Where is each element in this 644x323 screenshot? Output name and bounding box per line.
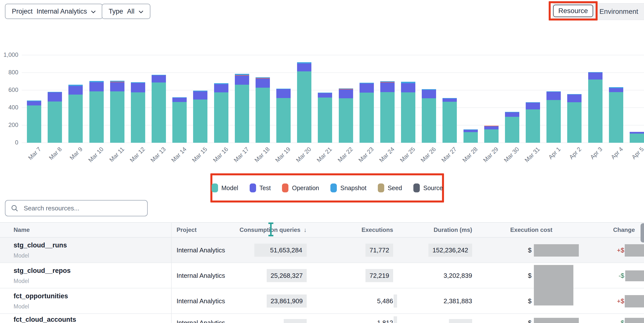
bar-mar-12[interactable] <box>131 82 145 143</box>
bar-segment-model <box>588 80 602 143</box>
table-row-stg_cloud__repos[interactable]: stg_cloud__reposModelInternal Analytics2… <box>0 263 644 288</box>
project-filter-dropdown[interactable]: Project Internal Analytics <box>5 4 103 19</box>
redaction-box-cost <box>534 318 579 323</box>
legend-item-snapshot[interactable]: Snapshot <box>330 184 366 192</box>
column-header-name[interactable]: Name <box>14 226 30 233</box>
column-header-project[interactable]: Project <box>176 226 196 233</box>
bar-mar-17[interactable] <box>235 74 249 143</box>
bar-segment-test <box>339 90 353 98</box>
bar-mar-27[interactable] <box>442 98 457 143</box>
bar-segment-model <box>464 132 478 143</box>
executions-cell: 5,486 <box>377 297 393 305</box>
bar-mar-8[interactable] <box>48 92 62 143</box>
project-filter-label: Project <box>12 8 32 15</box>
table-row-fct_cloud_accounts[interactable]: fct_cloud_accountsModelInternal Analytic… <box>0 314 644 323</box>
resource-name: stg_cloud__repos <box>14 267 70 274</box>
search-box[interactable] <box>5 200 148 216</box>
bar-segment-test <box>48 92 62 102</box>
bar-segment-model <box>297 71 312 143</box>
resource-name: fct_cloud_accounts <box>14 316 76 323</box>
redaction-box-change <box>625 318 644 323</box>
legend-label: Seed <box>388 184 402 192</box>
legend-swatch-model <box>212 184 218 192</box>
chevron-down-icon <box>91 10 96 13</box>
bar-segment-test <box>131 83 145 92</box>
change-prefix: -$ <box>618 272 624 279</box>
annotation-box-legend: ModelTestOperationSnapshotSeedSource <box>210 173 444 202</box>
toggle-resource-button[interactable]: Resource <box>553 5 593 17</box>
bar-segment-model <box>235 85 249 143</box>
legend-item-test[interactable]: Test <box>250 184 271 192</box>
text-cursor-annotation <box>268 235 273 236</box>
search-input[interactable] <box>23 204 142 212</box>
bar-mar-13[interactable] <box>152 75 166 143</box>
resource-name: fct_opportunities <box>14 292 68 300</box>
bar-mar-14[interactable] <box>172 97 187 143</box>
bar-mar-28[interactable] <box>464 130 478 143</box>
bar-mar-30[interactable] <box>505 112 519 143</box>
y-axis-tick-label: 400 <box>0 104 18 111</box>
legend-swatch-source <box>413 184 420 192</box>
column-header-duration[interactable]: Duration (ms) <box>434 226 472 233</box>
bar-mar-18[interactable] <box>256 77 270 143</box>
legend-label: Operation <box>292 184 319 192</box>
bar-mar-24[interactable] <box>380 81 394 143</box>
bar-mar-7[interactable] <box>27 100 41 143</box>
bar-mar-21[interactable] <box>318 92 332 143</box>
legend-item-model[interactable]: Model <box>212 184 238 192</box>
execution-cost-prefix: $ <box>528 272 532 279</box>
bar-mar-19[interactable] <box>276 89 291 143</box>
bar-segment-test <box>422 90 436 98</box>
project-filter-value: Internal Analytics <box>36 8 87 15</box>
legend-item-seed[interactable]: Seed <box>378 184 402 192</box>
resource-type: Model <box>14 252 29 259</box>
resource-type: Model <box>14 303 29 310</box>
bar-mar-10[interactable] <box>90 81 104 143</box>
search-icon <box>11 204 18 212</box>
bar-apr-1[interactable] <box>546 91 561 143</box>
bar-mar-15[interactable] <box>193 91 208 143</box>
bar-apr-3[interactable] <box>588 72 602 143</box>
redaction-box-change <box>625 295 644 308</box>
redaction-box-change <box>625 270 644 281</box>
change-prefix: +$ <box>617 246 624 254</box>
legend-item-operation[interactable]: Operation <box>282 184 319 192</box>
bar-segment-test <box>90 82 104 91</box>
bar-segment-model <box>131 92 145 143</box>
bar-apr-5[interactable] <box>630 132 644 143</box>
bar-mar-11[interactable] <box>110 81 124 143</box>
type-filter-dropdown[interactable]: Type All <box>102 4 150 19</box>
column-divider <box>171 222 172 323</box>
bar-mar-31[interactable] <box>526 102 540 143</box>
bar-segment-test <box>484 126 498 130</box>
column-header-change[interactable]: Change <box>613 226 635 233</box>
duration-cell: 2,381,883 <box>444 297 472 305</box>
gridline <box>22 72 644 73</box>
toggle-environment-button[interactable]: Environment <box>596 3 642 20</box>
bar-segment-model <box>609 92 623 143</box>
column-header-executions[interactable]: Executions <box>362 226 393 233</box>
bar-segment-model <box>214 92 228 143</box>
bar-mar-26[interactable] <box>422 89 436 143</box>
bar-apr-4[interactable] <box>609 87 623 143</box>
bar-segment-model <box>90 91 104 143</box>
legend-swatch-test <box>250 184 256 192</box>
bar-segment-model <box>152 82 166 143</box>
column-header-consumption-queries[interactable]: Consumption queries ↓ <box>240 226 307 233</box>
bar-apr-2[interactable] <box>567 94 582 143</box>
bar-segment-test <box>464 130 478 132</box>
y-axis-tick-label: 600 <box>0 86 18 93</box>
bar-mar-16[interactable] <box>214 83 228 143</box>
bar-mar-9[interactable] <box>68 85 83 143</box>
bar-segment-model <box>68 94 83 143</box>
bar-mar-20[interactable] <box>297 62 312 143</box>
column-header-execution-cost[interactable]: Execution cost <box>510 226 552 233</box>
table-row-stg_cloud__runs[interactable]: stg_cloud__runsModelInternal Analytics51… <box>0 238 644 263</box>
legend-item-source[interactable]: Source <box>413 184 443 192</box>
y-axis-tick-label: 800 <box>0 69 18 76</box>
bar-mar-23[interactable] <box>360 83 374 143</box>
bar-mar-29[interactable] <box>484 126 498 143</box>
scrollbar-thumb[interactable] <box>640 223 644 242</box>
bar-mar-22[interactable] <box>339 88 353 143</box>
bar-mar-25[interactable] <box>401 82 415 143</box>
